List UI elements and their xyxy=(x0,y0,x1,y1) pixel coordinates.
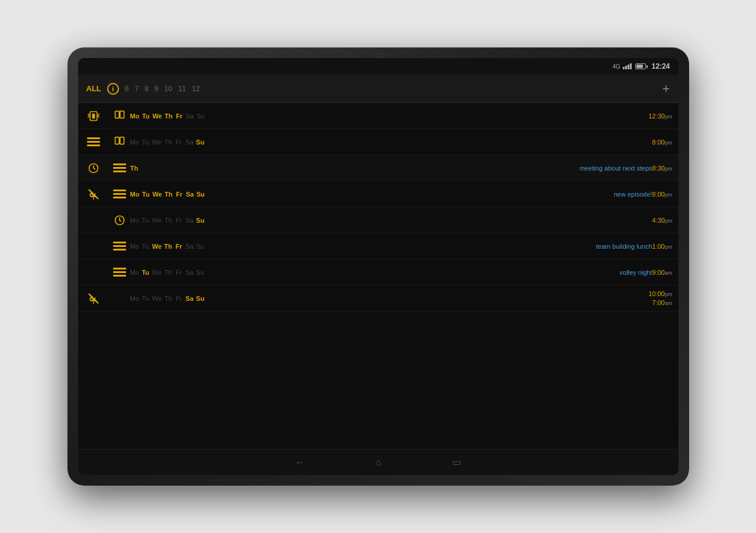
alarm-days: Mo Tu We Th Fr Sa Su xyxy=(130,295,649,302)
svg-rect-28 xyxy=(113,245,126,247)
svg-rect-8 xyxy=(87,137,100,139)
menu-icon-3 xyxy=(113,163,126,173)
alarm-row[interactable]: Th meeting about next steps 8:30pm xyxy=(78,155,678,181)
alarm-days: Mo Tu We Th Fr Sa Su xyxy=(130,191,609,198)
alarm-row[interactable]: Mo Tu We Th Fr Sa Su 4:30pm xyxy=(78,207,678,233)
signal-icon xyxy=(623,63,632,69)
phone-ring-icon-2 xyxy=(114,136,126,148)
svg-rect-21 xyxy=(113,190,126,191)
alarm-label: volley night xyxy=(620,269,652,276)
alarm-left-icon-mute xyxy=(78,188,109,200)
alarm-row[interactable]: Mo Tu We Th Fr Sa Su 12:30pm xyxy=(78,103,678,129)
svg-rect-27 xyxy=(113,242,126,243)
mute-icon xyxy=(88,188,99,200)
svg-rect-9 xyxy=(87,141,100,143)
svg-rect-23 xyxy=(113,197,126,198)
svg-rect-1 xyxy=(92,113,95,118)
svg-rect-11 xyxy=(115,137,119,144)
back-button[interactable]: ← xyxy=(295,457,304,468)
alarm-time: 8:00pm xyxy=(652,139,673,146)
tablet-screen: 4G 12:24 ALL i xyxy=(78,58,678,475)
alarm-label: new episode! xyxy=(614,191,652,198)
home-button[interactable]: ⌂ xyxy=(375,457,381,468)
svg-rect-30 xyxy=(113,268,126,269)
alarm-days: Mo Tu We Th Fr Sa Su xyxy=(130,269,615,276)
svg-line-2 xyxy=(88,114,89,115)
alarm-row[interactable]: Mo Tu We Th Fr Sa Su new episode! 8:00pm xyxy=(78,181,678,207)
svg-line-4 xyxy=(98,114,99,115)
svg-rect-18 xyxy=(113,171,126,172)
alarm-days: Mo Tu We Th Fr Sa Su xyxy=(130,113,649,120)
menu-icon-7 xyxy=(113,268,126,277)
alarm-time: 1:00pm xyxy=(652,243,673,250)
alarm-time: 8:30pm xyxy=(652,165,673,172)
alarm-time: 9:00am xyxy=(652,269,673,276)
alarm-label: team building lunch xyxy=(596,243,652,250)
alarm-row-icon-clock5 xyxy=(109,214,130,226)
alarm-days: Mo Tu We Th Fr Sa Su xyxy=(130,139,652,146)
clock-icon-5 xyxy=(114,214,126,226)
alarm-list[interactable]: Mo Tu We Th Fr Sa Su 12:30pm xyxy=(78,103,678,449)
lte-icon: 4G xyxy=(612,63,620,70)
alarm-row[interactable]: Mo Tu We Th Fr Sa Su 10:00pm7:00am xyxy=(78,285,678,312)
toolbar: ALL i 6 7 8 9 10 11 12 + xyxy=(78,75,678,103)
battery-icon xyxy=(635,63,646,69)
alarm-days: Mo Tu We Th Fr Sa Su xyxy=(130,243,591,250)
menu-icon xyxy=(87,137,100,147)
alarm-time: 12:30pm xyxy=(648,113,672,120)
status-icons: 4G 12:24 xyxy=(612,62,670,70)
alarm-time: 4:30pm xyxy=(652,217,673,224)
alarm-left-icon-clock xyxy=(78,162,109,174)
vibrate-icon xyxy=(88,110,99,122)
clock-icon xyxy=(88,162,99,174)
alarm-row-icon-phone2 xyxy=(109,136,130,148)
svg-rect-12 xyxy=(120,137,124,144)
alarm-row-icon-menu7 xyxy=(109,268,130,277)
svg-line-5 xyxy=(98,116,99,117)
status-bar: 4G 12:24 xyxy=(78,58,678,75)
svg-rect-16 xyxy=(113,163,126,165)
alarm-time-dual: 10:00pm7:00am xyxy=(648,290,672,307)
svg-rect-17 xyxy=(113,167,126,169)
camera-icon xyxy=(376,53,381,58)
all-filter-label[interactable]: ALL xyxy=(86,84,101,93)
svg-rect-7 xyxy=(120,111,124,118)
add-alarm-button[interactable]: + xyxy=(662,82,670,95)
svg-rect-22 xyxy=(113,193,126,195)
alarm-row-icon-menu6 xyxy=(109,242,130,251)
app-content: Mo Tu We Th Fr Sa Su 12:30pm xyxy=(78,103,678,449)
alarm-left-icon-vibrate xyxy=(78,110,109,122)
menu-icon-6 xyxy=(113,242,126,251)
svg-line-26 xyxy=(120,220,121,221)
alarm-days: Mo Tu We Th Fr Sa Su xyxy=(130,217,652,224)
recents-button[interactable]: ▭ xyxy=(452,457,461,468)
alarm-left-icon-mute8 xyxy=(78,293,109,304)
svg-rect-10 xyxy=(87,145,100,146)
screen-wrapper: ALL i 6 7 8 9 10 11 12 + xyxy=(78,75,678,475)
alarm-time: 8:00pm xyxy=(652,191,673,198)
mute-icon-8 xyxy=(88,293,99,304)
alarm-row[interactable]: Mo Tu We Th Fr Sa Su volley night 9:00am xyxy=(78,259,678,285)
alarm-row-icon-menu3 xyxy=(109,163,130,173)
info-button[interactable]: i xyxy=(107,83,119,95)
alarm-days: Th xyxy=(130,165,575,172)
status-time: 12:24 xyxy=(652,62,670,70)
menu-icon-4 xyxy=(113,190,126,199)
svg-rect-32 xyxy=(113,275,126,277)
nav-bar: ← ⌂ ▭ xyxy=(78,449,678,475)
alarm-row-icon-menu4 xyxy=(109,190,130,199)
svg-rect-29 xyxy=(113,249,126,251)
svg-line-3 xyxy=(88,116,89,117)
alarm-label: meeting about next steps xyxy=(580,165,652,172)
svg-rect-6 xyxy=(115,111,119,118)
alarm-row-icon-phone xyxy=(109,110,130,122)
svg-rect-31 xyxy=(113,271,126,273)
alarm-row[interactable]: Mo Tu We Th Fr Sa Su team building lunch… xyxy=(78,233,678,259)
tablet-device: 4G 12:24 ALL i xyxy=(67,47,689,486)
phone-ring-icon xyxy=(114,110,126,122)
hour-scale: 6 7 8 9 10 11 12 xyxy=(125,85,200,93)
alarm-left-icon-menu xyxy=(78,137,109,147)
svg-line-15 xyxy=(94,168,95,169)
alarm-row[interactable]: Mo Tu We Th Fr Sa Su 8:00pm xyxy=(78,129,678,155)
